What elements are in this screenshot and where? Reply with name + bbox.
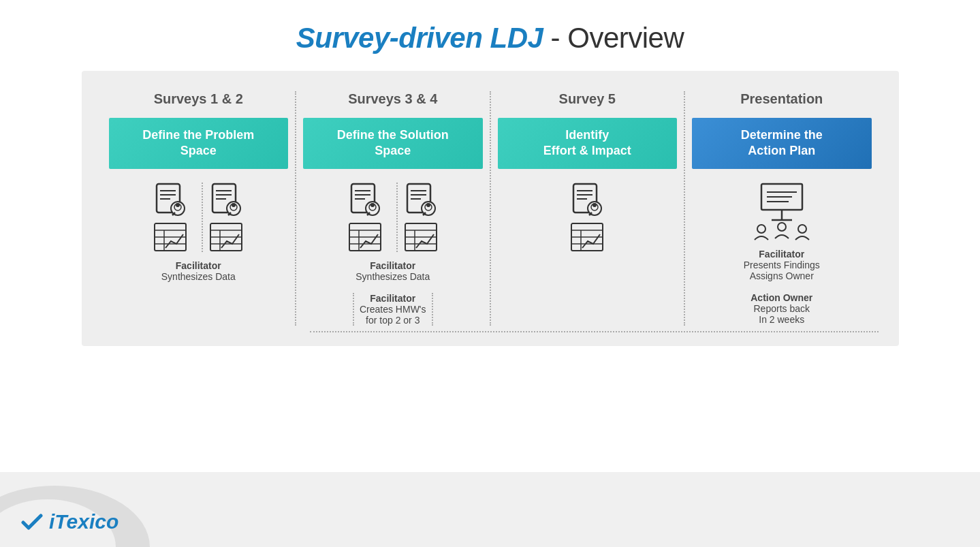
svg-point-72: [778, 223, 786, 231]
col4-icons: [748, 183, 816, 240]
col3-header: Survey 5: [559, 91, 616, 107]
svg-point-33: [370, 203, 375, 207]
col2-survey3-icons: [348, 183, 392, 252]
svg-point-46: [426, 203, 430, 207]
table-chart-icon-5: [570, 222, 604, 252]
svg-point-71: [757, 225, 765, 233]
table-chart-icon-3: [348, 222, 382, 252]
col2-facilitator: Facilitator Synthesizes Data: [355, 260, 430, 282]
svg-point-20: [232, 203, 236, 207]
page-title: Survey-driven LDJ - Overview: [0, 0, 980, 71]
brand-checkmark-icon: [19, 509, 45, 535]
col2-phase-box: Define the SolutionSpace: [303, 118, 483, 169]
col1-icons: [153, 183, 243, 252]
col4-below: Action Owner Reports back In 2 weeks: [750, 292, 812, 325]
col3-icons: [570, 183, 604, 252]
col4-facilitator: Facilitator Presents Findings Assigns Ow…: [744, 249, 820, 281]
svg-point-7: [176, 203, 180, 207]
survey-form-icon-4: [404, 183, 438, 217]
col2-header: Surveys 3 & 4: [348, 91, 437, 107]
table-chart-icon-2: [209, 222, 243, 252]
presenter-icon: [748, 183, 816, 240]
column-surveys-3-4: Surveys 3 & 4 Define the SolutionSpace: [296, 91, 491, 326]
columns-wrapper: Surveys 1 & 2 Define the ProblemSpace: [102, 91, 879, 326]
col2-icons: [348, 183, 438, 252]
survey-form-icon-3: [348, 183, 382, 217]
survey-form-icon-5: [570, 183, 604, 217]
column-survey-5: Survey 5 IdentifyEffort & Impact: [491, 91, 686, 326]
col1-header: Surveys 1 & 2: [154, 91, 243, 107]
col1-facilitator: Facilitator Synthesizes Data: [161, 260, 236, 282]
svg-point-59: [592, 203, 597, 207]
bottom-dotted-connector: [310, 331, 879, 332]
svg-point-73: [798, 225, 806, 233]
table-chart-icon-4: [404, 222, 438, 252]
col1-phase-box: Define the ProblemSpace: [109, 118, 289, 169]
col4-phase-box: Determine theAction Plan: [692, 118, 872, 169]
col1-survey1-icons: [153, 183, 197, 252]
col4-header: Presentation: [740, 91, 823, 107]
col3-phase-box: IdentifyEffort & Impact: [498, 118, 678, 169]
survey-form-icon-2: [209, 183, 243, 217]
brand-logo: iTexico: [19, 509, 118, 535]
column-surveys-1-2: Surveys 1 & 2 Define the ProblemSpace: [102, 91, 297, 326]
survey-form-icon: [153, 183, 187, 217]
brand-name: iTexico: [49, 510, 118, 533]
bottom-branding: iTexico: [0, 472, 980, 547]
col2-survey4-icons: [404, 183, 438, 252]
column-presentation: Presentation Determine theAction Plan: [685, 91, 879, 326]
col2-below: Facilitator Creates HMW's for top 2 or 3: [353, 293, 433, 326]
col1-survey2-icons: [209, 183, 243, 252]
table-chart-icon: [153, 222, 187, 252]
main-content: Surveys 1 & 2 Define the ProblemSpace: [82, 71, 899, 346]
